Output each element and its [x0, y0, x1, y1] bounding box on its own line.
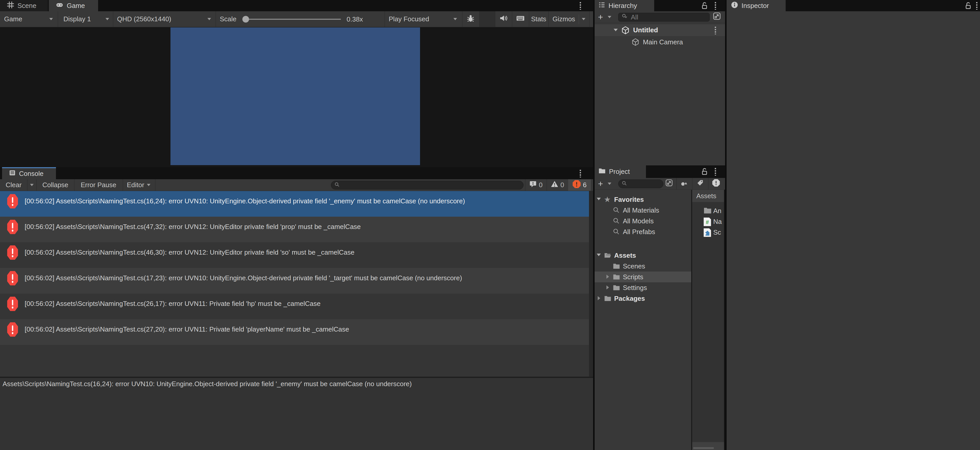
- lock-icon[interactable]: [701, 168, 708, 177]
- lock-icon[interactable]: [701, 2, 708, 11]
- scale-slider-track[interactable]: [244, 19, 341, 20]
- log-count-toggle[interactable]: 0: [525, 179, 547, 191]
- picker-button[interactable]: [663, 178, 675, 190]
- expander-open-icon[interactable]: [614, 29, 618, 31]
- scene-menu-icon[interactable]: [715, 27, 716, 34]
- console-row[interactable]: [00:56:02] Assets\Scripts\NamingTest.cs(…: [0, 268, 589, 293]
- project-asset-item[interactable]: Sc: [692, 227, 724, 238]
- hierarchy-scene-row[interactable]: Untitled: [595, 24, 725, 36]
- editor-dropdown[interactable]: Editor: [123, 179, 155, 191]
- tab-hierarchy-label: Hierarchy: [608, 2, 637, 10]
- search-by-type-button[interactable]: [676, 178, 692, 190]
- project-tree-item-scripts[interactable]: Scripts: [595, 271, 691, 282]
- project-tree-item-settings[interactable]: Settings: [595, 282, 691, 293]
- mute-audio-button[interactable]: [495, 11, 512, 27]
- keyboard-button[interactable]: [512, 11, 529, 27]
- project-menu-icon[interactable]: [715, 168, 716, 176]
- console-search-input[interactable]: [342, 181, 520, 190]
- project-asset-item[interactable]: #Na: [692, 216, 724, 227]
- project-tree-item-assets[interactable]: Assets: [595, 250, 691, 261]
- search-icon: [612, 217, 620, 224]
- project-tree-item-favorites[interactable]: ★Favorites: [595, 194, 691, 205]
- hierarchy-item-main-camera[interactable]: Main Camera: [595, 36, 725, 48]
- tab-game[interactable]: Game: [49, 0, 98, 11]
- console-row-text: [00:56:02] Assets\Scripts\NamingTest.cs(…: [25, 300, 321, 308]
- expander-open-icon[interactable]: [597, 254, 601, 256]
- expander-closed-icon[interactable]: [606, 275, 609, 279]
- project-search-input[interactable]: [630, 180, 660, 188]
- project-asset-item[interactable]: An: [692, 206, 724, 216]
- add-dropdown[interactable]: [605, 178, 614, 190]
- project-tree-item-scenes[interactable]: Scenes: [595, 261, 691, 271]
- tab-console[interactable]: Console: [2, 167, 56, 179]
- warning-count-toggle[interactable]: 0: [547, 179, 568, 191]
- clear-button[interactable]: Clear: [0, 179, 27, 191]
- project-breadcrumb[interactable]: Assets: [692, 190, 724, 202]
- game-panel-menu-icon[interactable]: [580, 2, 581, 10]
- folder-icon: [612, 262, 620, 269]
- tab-inspector[interactable]: Inspector: [727, 0, 786, 11]
- chevron-down-icon: [207, 18, 211, 20]
- horizontal-scrollbar[interactable]: [692, 442, 724, 450]
- alert-octagon-icon: [712, 179, 720, 189]
- error-pause-button[interactable]: Error Pause: [74, 179, 123, 191]
- hierarchy-search-input[interactable]: [630, 13, 706, 22]
- error-octagon-icon: [7, 322, 18, 339]
- gizmos-label: Gizmos: [552, 15, 575, 23]
- toolbar-spacer: [479, 11, 495, 27]
- console-row[interactable]: [00:56:02] Assets\Scripts\NamingTest.cs(…: [0, 293, 589, 319]
- tab-scene[interactable]: Scene: [0, 0, 48, 11]
- project-search[interactable]: [618, 179, 663, 188]
- project-tree-item-all-prefabs[interactable]: All Prefabs: [595, 227, 691, 237]
- console-panel-menu-icon[interactable]: [580, 170, 581, 177]
- console-row[interactable]: [00:56:02] Assets\Scripts\NamingTest.cs(…: [0, 319, 589, 345]
- game-target-dropdown[interactable]: Game: [0, 11, 58, 27]
- console-row[interactable]: [00:56:02] Assets\Scripts\NamingTest.cs(…: [0, 191, 589, 217]
- expander-closed-icon[interactable]: [598, 296, 600, 300]
- error-count-toggle[interactable]: 6: [568, 179, 591, 191]
- debug-bug-button[interactable]: [462, 11, 479, 27]
- tree-item-label: All Models: [623, 217, 654, 225]
- scrollbar-thumb[interactable]: [693, 447, 714, 449]
- expander-closed-icon[interactable]: [606, 285, 609, 290]
- console-tabstrip: Console: [0, 167, 593, 179]
- collapse-button[interactable]: Collapse: [37, 179, 74, 191]
- project-tree-item-all-materials[interactable]: All Materials: [595, 205, 691, 215]
- error-octagon-icon: [7, 297, 18, 313]
- search-by-label-button[interactable]: [692, 178, 708, 190]
- clear-dropdown[interactable]: [27, 179, 37, 191]
- console-row-text: [00:56:02] Assets\Scripts\NamingTest.cs(…: [25, 249, 354, 257]
- scale-slider-knob[interactable]: [242, 16, 249, 22]
- console-row[interactable]: [00:56:02] Assets\Scripts\NamingTest.cs(…: [0, 217, 589, 242]
- error-count: 6: [583, 181, 586, 189]
- hierarchy-content: Untitled Main Camera: [595, 23, 725, 165]
- tab-hierarchy[interactable]: Hierarchy: [595, 0, 654, 11]
- scale-value: 0.38x: [347, 15, 363, 23]
- inspector-menu-icon[interactable]: [976, 2, 977, 10]
- csharp-script-icon: #: [703, 217, 712, 227]
- add-button[interactable]: +: [596, 178, 605, 190]
- tree-item-label: Packages: [614, 295, 645, 303]
- console-filter-button[interactable]: [708, 178, 724, 190]
- project-tree-item-packages[interactable]: Packages: [595, 293, 691, 304]
- display-dropdown[interactable]: Display 1: [58, 11, 113, 27]
- console-scrollbar[interactable]: [589, 191, 593, 377]
- chevron-down-icon: [608, 16, 611, 18]
- expander-open-icon[interactable]: [597, 198, 601, 200]
- play-mode-dropdown[interactable]: Play Focused: [385, 11, 462, 27]
- picker-button[interactable]: [711, 11, 723, 23]
- add-dropdown[interactable]: [605, 11, 614, 23]
- lock-icon[interactable]: [965, 2, 972, 11]
- hierarchy-search[interactable]: [618, 13, 710, 22]
- stats-button[interactable]: Stats: [529, 11, 549, 27]
- resolution-dropdown[interactable]: QHD (2560x1440): [113, 11, 216, 27]
- game-viewport[interactable]: [170, 27, 420, 165]
- search-icon: [622, 180, 627, 188]
- add-button[interactable]: +: [596, 11, 605, 23]
- project-tree-item-all-models[interactable]: All Models: [595, 215, 691, 227]
- tab-project[interactable]: Project: [595, 165, 646, 178]
- console-row[interactable]: [00:56:02] Assets\Scripts\NamingTest.cs(…: [0, 242, 589, 268]
- console-search[interactable]: [331, 181, 523, 190]
- gizmos-dropdown[interactable]: Gizmos: [549, 11, 590, 27]
- hierarchy-menu-icon[interactable]: [715, 2, 716, 10]
